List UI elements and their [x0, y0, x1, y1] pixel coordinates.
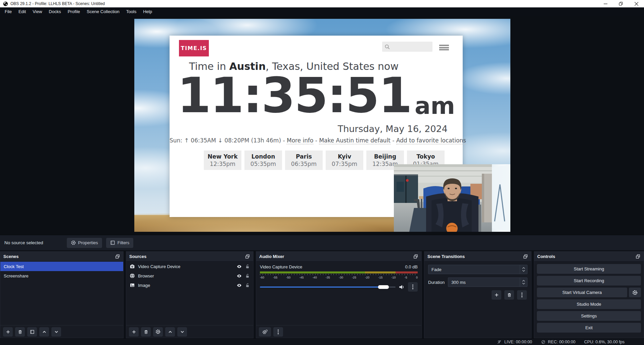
move-scene-down-button[interactable]	[51, 327, 61, 337]
popout-icon	[635, 254, 641, 259]
eye-icon[interactable]	[236, 264, 242, 269]
plus-icon	[494, 293, 499, 297]
city-tile: New York12:35pm	[204, 150, 241, 170]
popout-icon	[413, 254, 418, 259]
menu-docks[interactable]: Docks	[45, 7, 64, 16]
add-scene-button[interactable]	[3, 327, 13, 337]
controls-title: Controls	[537, 254, 555, 259]
close-button[interactable]	[629, 0, 644, 7]
restore-button[interactable]	[613, 0, 629, 7]
menu-file[interactable]: File	[1, 7, 15, 16]
preview-canvas[interactable]: TIME.IS Time in Austin, Texas, United St…	[134, 19, 510, 232]
studio-mode-button[interactable]: Studio Mode	[537, 299, 641, 309]
scene-item-screenshare[interactable]: Screenshare	[0, 271, 123, 281]
menu-help[interactable]: Help	[140, 7, 155, 16]
mixer-level-db: 0.0 dB	[405, 264, 418, 269]
minimize-button[interactable]	[598, 0, 613, 7]
chevron-down-icon	[54, 330, 59, 334]
stream-inactive-icon	[497, 340, 502, 344]
menu-view[interactable]: View	[29, 7, 45, 16]
kebab-menu-icon	[412, 284, 414, 290]
start-recording-button[interactable]: Start Recording	[537, 276, 641, 286]
menu-edit[interactable]: Edit	[15, 7, 29, 16]
scenes-title: Scenes	[3, 254, 19, 259]
volume-slider[interactable]	[260, 285, 396, 289]
move-source-up-button[interactable]	[165, 327, 175, 337]
remove-source-button[interactable]	[141, 327, 151, 337]
webcam-video-source[interactable]	[394, 164, 510, 232]
remove-transition-button[interactable]	[504, 290, 514, 300]
duration-spin-arrows[interactable]	[520, 278, 527, 287]
virtual-camera-settings-button[interactable]	[629, 288, 641, 297]
remove-scene-button[interactable]	[15, 327, 25, 337]
source-row-video-capture[interactable]: Video Capture Device	[126, 262, 253, 271]
popout-icon	[523, 254, 528, 259]
trash-icon	[144, 330, 148, 334]
sources-title: Sources	[129, 254, 146, 259]
preview-region: TIME.IS Time in Austin, Texas, United St…	[0, 16, 644, 235]
add-transition-button[interactable]	[492, 290, 501, 300]
menu-profile[interactable]: Profile	[64, 7, 83, 16]
audio-mixer-panel: Audio Mixer Video Capture Device 0.0 dB …	[256, 251, 422, 338]
chevron-up-icon	[42, 330, 47, 334]
make-default-link: Make Austin time default	[319, 137, 390, 144]
mixer-menu-button[interactable]	[273, 327, 283, 337]
city-tile: Kyiv07:35pm	[326, 150, 363, 170]
add-source-button[interactable]	[129, 327, 139, 337]
source-row-image[interactable]: Image	[126, 281, 253, 290]
scene-item-clock-test[interactable]: Clock Test	[0, 262, 123, 271]
properties-button[interactable]: Properties	[67, 238, 102, 248]
dock-panels: Scenes Clock Test Screenshare Sources	[0, 250, 644, 338]
speaker-icon[interactable]	[399, 284, 405, 290]
duration-label: Duration	[428, 280, 445, 285]
trash-icon	[18, 330, 22, 334]
plus-icon	[132, 330, 136, 334]
gear-icon	[262, 329, 268, 335]
mixer-channel-menu-button[interactable]	[408, 282, 418, 292]
window-titlebar: OBS 29.1.2 - Profile: LLHLS BETA - Scene…	[0, 0, 644, 7]
start-virtual-camera-button[interactable]: Start Virtual Camera	[537, 288, 627, 297]
advanced-audio-button[interactable]	[259, 327, 271, 337]
rec-status: REC: 00:00:00	[541, 340, 576, 344]
transitions-title: Scene Transitions	[427, 254, 465, 259]
scene-transitions-panel: Scene Transitions Fade Duration 300 ms	[424, 251, 532, 338]
start-streaming-button[interactable]: Start Streaming	[537, 264, 641, 274]
unlock-icon[interactable]	[245, 273, 250, 278]
sources-panel: Sources Video Capture Device Browser Ima…	[126, 251, 254, 338]
menu-tools[interactable]: Tools	[123, 7, 140, 16]
transition-select[interactable]: Fade	[428, 265, 527, 274]
add-favorite-link: Add to favorite locations	[396, 137, 466, 144]
meter-scale: -60-55-50-45-40-35-30-25-20-15-10-50	[260, 274, 418, 279]
settings-button[interactable]: Settings	[537, 311, 641, 321]
timeis-date: Thursday, May 16, 2024	[338, 124, 448, 134]
transition-menu-button[interactable]	[517, 290, 527, 300]
camera-icon	[130, 264, 135, 269]
unlock-icon[interactable]	[245, 264, 250, 269]
duration-spinbox[interactable]: 300 ms	[448, 277, 527, 287]
exit-button[interactable]: Exit	[537, 323, 641, 333]
city-tile: London05:35pm	[244, 150, 282, 170]
kebab-menu-icon	[277, 329, 279, 335]
volume-slider-handle[interactable]	[378, 285, 389, 289]
search-icon	[384, 44, 390, 50]
move-scene-up-button[interactable]	[39, 327, 49, 337]
menubar: File Edit View Docks Profile Scene Colle…	[0, 7, 644, 16]
chevron-up-icon	[522, 280, 525, 282]
move-source-down-button[interactable]	[177, 327, 187, 337]
popout-icon	[115, 254, 120, 259]
menu-scene-collection[interactable]: Scene Collection	[83, 7, 123, 16]
eye-icon[interactable]	[236, 283, 242, 288]
image-icon	[130, 283, 135, 288]
chevron-down-icon	[522, 283, 525, 285]
selected-source-toolbar: No source selected Properties Filters	[0, 235, 644, 250]
chevron-up-icon	[168, 330, 173, 334]
eye-icon[interactable]	[236, 273, 242, 278]
source-properties-button[interactable]	[153, 327, 163, 337]
kebab-menu-icon	[521, 292, 523, 298]
unlock-icon[interactable]	[245, 283, 250, 288]
source-row-browser[interactable]: Browser	[126, 271, 253, 281]
transition-select-arrows[interactable]	[520, 265, 527, 274]
scene-filters-button[interactable]	[27, 327, 37, 337]
filters-button[interactable]: Filters	[106, 238, 133, 248]
timeis-search-box	[382, 42, 432, 52]
